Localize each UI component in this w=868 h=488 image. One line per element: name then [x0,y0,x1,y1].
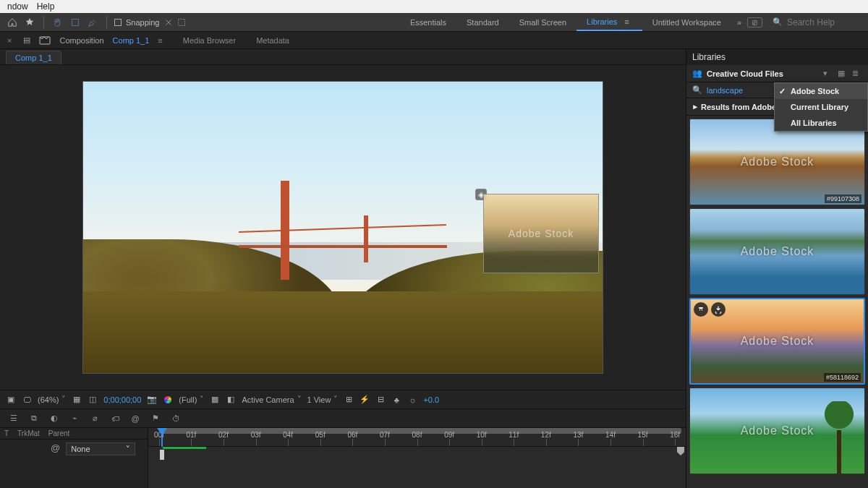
composition-name[interactable]: Comp 1_1 [113,36,150,45]
fast-previews-icon[interactable]: ⚡ [359,395,370,405]
scope-all-libraries[interactable]: All Libraries [775,115,867,131]
composition-tab[interactable]: Comp 1_1 [6,51,61,64]
pen-tool-icon[interactable] [86,16,99,29]
sync-settings-icon[interactable]: ⎚ [747,17,762,27]
search-help-input[interactable] [787,17,859,27]
brain-icon[interactable]: ⌀ [88,412,101,425]
cached-preview-bar [163,447,206,449]
app-toolbar: Snapping Essentials Standard Small Scree… [0,13,868,32]
workspace-untitled[interactable]: Untitled Workspace [642,13,731,31]
hand-tool-icon[interactable] [51,16,64,29]
viewer-controls: ▣ 🖵 (64%) ▦ ◫ 0;00;00;00 📷 (Full) ▩ ◧ Ac… [0,390,686,408]
resolution-dropdown[interactable]: (Full) [179,395,204,404]
grid-icon[interactable]: ▦ [72,395,82,405]
parent-dropdown[interactable]: None˅ [66,442,135,455]
ruler-label: 12f [541,431,551,439]
ruler-label: 14f [605,431,616,439]
views-dropdown[interactable]: 1 View [307,395,339,404]
expression-icon[interactable]: @ [129,412,142,425]
timecode[interactable]: 0;00;00;00 [103,395,141,404]
workspace-small-screen[interactable]: Small Screen [509,13,576,31]
pixel-aspect-icon[interactable]: ⊞ [344,395,354,405]
ruler-tick [449,439,450,446]
snapshot-icon[interactable]: 📷 [147,395,157,405]
drag-preview: Adobe Stock [483,194,599,273]
scope-adobe-stock[interactable]: Adobe Stock [775,83,867,99]
libraries-header[interactable]: 👥 Creative Cloud Files ▾ ▦ ≣ [686,65,868,82]
workspace-standard[interactable]: Standard [456,13,509,31]
mask-visibility-icon[interactable]: ◧ [226,395,236,405]
track-area[interactable] [148,447,686,488]
layer-clip[interactable] [160,450,164,460]
graph-editor-icon[interactable]: ⌁ [68,412,81,425]
libraries-panel-tab[interactable]: Libraries [686,49,868,65]
marker-icon[interactable]: ⚑ [149,412,162,425]
libraries-results-header[interactable]: ▾ Results from Adobe Adobe Stock Current… [686,98,868,116]
ruler-tick [224,439,224,446]
stock-id: #58118692 [824,373,861,382]
stock-thumb[interactable]: Adobe Stock #58118692 [689,298,865,385]
stock-thumb[interactable]: Adobe Stock [689,388,865,474]
ruler-label: 07f [380,431,390,439]
drag-watermark: Adobe Stock [484,194,598,273]
motion-blur-icon[interactable]: ◐ [48,412,61,425]
search-help[interactable]: 🔍 [773,17,859,27]
pin-tool-icon[interactable] [23,16,36,29]
workspace-overflow-icon[interactable]: » [731,18,747,27]
project-panel-icon[interactable]: ▤ [23,35,30,45]
ruler-tick [417,439,418,446]
panel-menu-icon[interactable]: ≡ [158,36,162,45]
tab-metadata[interactable]: Metadata [256,36,289,45]
composition-viewer[interactable]: ◈ Adobe Stock [0,65,686,390]
flowchart-icon[interactable]: ♣ [391,395,401,405]
tab-media-browser[interactable]: Media Browser [183,36,236,45]
grid-view-icon[interactable]: ▦ [838,69,848,79]
snap-magnet-icon [164,18,173,27]
composition-end-marker[interactable] [677,447,684,455]
download-preview-icon[interactable] [711,302,726,317]
rect-tool-icon[interactable] [69,16,82,29]
ruler-tick [546,439,547,446]
timeline-tracks[interactable]: 00f01f02f03f04f05f06f07f08f09f10f11f12f1… [148,428,686,488]
composition-label: Composition [59,36,103,45]
menu-help[interactable]: Help [33,1,59,12]
stopwatch-icon[interactable]: ⏱ [169,412,182,425]
stock-thumb[interactable]: Adobe Stock [689,208,865,295]
tag-icon[interactable]: 🏷 [109,412,122,425]
exposure-value[interactable]: +0.0 [423,395,439,404]
frame-blend-icon[interactable]: ⧉ [27,412,41,425]
home-tool-icon[interactable] [6,16,19,29]
ruler-label: 13f [573,431,583,439]
camera-dropdown[interactable]: Active Camera [242,395,301,404]
workspace-essentials[interactable]: Essentials [400,13,456,31]
scope-current-library[interactable]: Current Library [775,99,867,115]
ruler-tick [643,439,644,446]
list-view-icon[interactable]: ≣ [852,69,862,79]
guides-icon[interactable]: ◫ [88,395,98,405]
timeline-ruler[interactable]: 00f01f02f03f04f05f06f07f08f09f10f11f12f1… [148,428,686,447]
reset-exposure-icon[interactable]: ☼ [407,395,417,405]
cloud-files-icon: 👥 [692,69,702,78]
ruler-label: 01f [186,431,196,439]
show-channel-icon[interactable] [163,395,173,405]
workspace-libraries[interactable]: Libraries ≡ [576,13,642,31]
shy-toggle-icon[interactable]: ☰ [7,412,20,425]
chevron-down-icon[interactable]: ▾ [823,69,833,79]
ruler-tick [578,439,579,446]
snapping-toggle[interactable]: Snapping [114,18,186,27]
stock-results-list[interactable]: Adobe Stock #99107308 Adobe Stock Adobe … [686,116,868,488]
transparency-grid-icon[interactable]: ▩ [210,395,220,405]
timeline-button-icon[interactable]: ⊟ [375,395,386,405]
stock-thumb[interactable]: Adobe Stock #99107308 [689,119,865,205]
region-of-interest-icon[interactable]: ▣ [6,395,16,405]
toggle-alpha-icon[interactable]: 🖵 [22,395,32,405]
ruler-tick [159,439,160,446]
zoom-dropdown[interactable]: (64%) [38,395,66,404]
composition-canvas[interactable]: ◈ Adobe Stock [82,81,603,374]
workspace-menu-icon[interactable]: ≡ [621,17,631,26]
menu-window[interactable]: ndow [3,1,33,12]
close-panel-icon[interactable]: × [4,36,14,45]
ruler-label: 16f [670,431,680,439]
pickwhip-icon[interactable]: @ [51,442,60,453]
license-stock-icon[interactable] [694,302,708,317]
